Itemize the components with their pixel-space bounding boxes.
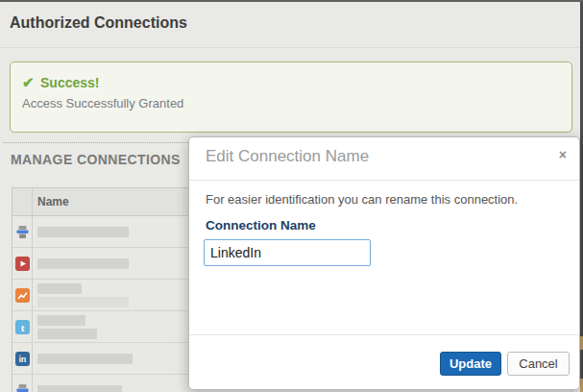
redacted-text-block (37, 227, 129, 237)
svg-text:in: in (18, 355, 26, 364)
page-title: Authorized Connections (10, 14, 187, 32)
alert-message: Access Successfully Granted (22, 96, 183, 110)
connection-name-label: Connection Name (206, 218, 316, 233)
header-divider (0, 47, 583, 48)
redacted-text-block (37, 329, 97, 339)
authorized-connections-page: Authorized Connections ✔ Success! Access… (0, 0, 583, 392)
dialog-description: For easier identification you can rename… (206, 192, 518, 207)
redacted-text-block (37, 297, 129, 307)
webmaster-tools-icon (15, 383, 30, 392)
manage-connections-heading: MANAGE CONNECTIONS (11, 152, 181, 167)
redacted-text-block (37, 315, 85, 326)
connection-name-input[interactable] (204, 239, 371, 266)
twitter-icon: t (15, 320, 30, 334)
redacted-text-block (37, 385, 122, 392)
webmaster-tools-icon (15, 225, 30, 239)
close-icon[interactable]: × (559, 148, 567, 161)
dialog-header-divider (189, 180, 579, 181)
success-alert: ✔ Success! Access Successfully Granted (10, 61, 572, 133)
cancel-button[interactable]: Cancel (507, 352, 570, 376)
youtube-icon (15, 257, 30, 271)
google-analytics-icon (15, 288, 30, 303)
edit-connection-name-dialog: Edit Connection Name × For easier identi… (188, 136, 580, 390)
dialog-title: Edit Connection Name (206, 147, 369, 166)
dialog-footer-divider (189, 334, 579, 335)
check-icon: ✔ (22, 74, 35, 91)
linkedin-icon: in (15, 352, 30, 366)
redacted-text-block (37, 283, 82, 294)
alert-title: Success! (40, 75, 99, 90)
svg-text:t: t (20, 321, 24, 332)
redacted-text-block (37, 354, 133, 364)
update-button[interactable]: Update (440, 352, 501, 376)
icon-column-header (12, 188, 33, 215)
redacted-text-block (37, 258, 129, 269)
